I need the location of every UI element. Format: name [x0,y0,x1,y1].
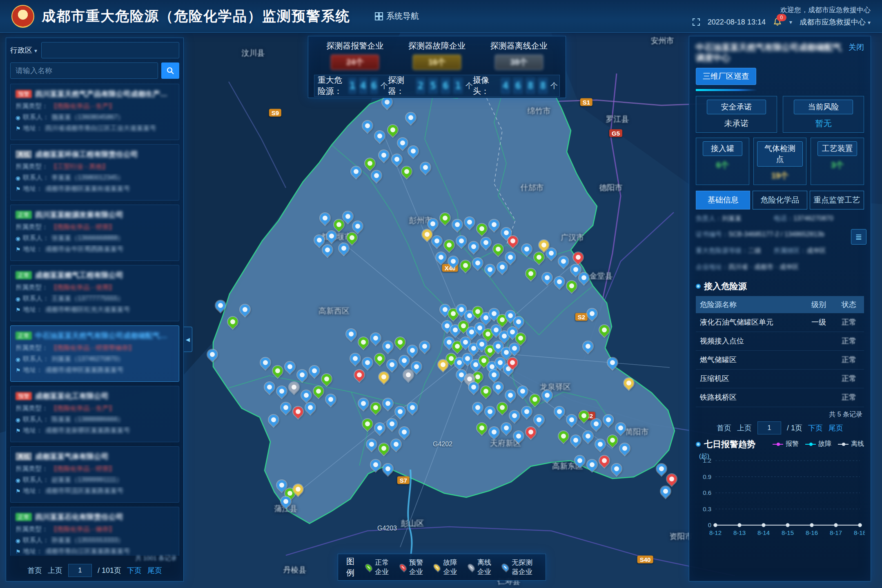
map-marker-pin-detectorless[interactable] [205,347,219,361]
map-marker-pin-detectorless[interactable] [349,165,363,178]
map-marker-pin-detectorless[interactable] [540,388,554,402]
map-marker-pin-alarm[interactable] [291,405,305,419]
map-marker-pin-normal[interactable] [459,258,472,272]
map-marker-pin-detectorless[interactable] [503,250,517,264]
map-marker-pin-detectorless[interactable] [385,417,399,431]
map-marker-pin-detectorless[interactable] [406,144,420,158]
map-marker-pin-detectorless[interactable] [324,392,338,406]
company-list-item[interactable]: 正常四川某某石化有限责任公司所属类型：【危险化学品 - 储存】◉联系人：孙某某（… [10,507,179,556]
map-marker-pin-normal[interactable] [312,384,325,398]
map-marker-pin-detectorless[interactable] [351,219,365,233]
hazard-table-row[interactable]: 燃气储罐区正常 [696,350,864,369]
company-list-item[interactable]: 正常中石油某某天然气有限公司成都储配气调度中心所属类型：【危险化学品 - 经营带… [10,325,179,382]
detail-list-button[interactable]: ≣ [851,229,866,245]
map-marker-pin-normal[interactable] [495,401,509,414]
map-marker-pin-detectorless[interactable] [487,218,501,232]
map-marker-pin-alarm[interactable] [597,454,611,468]
tab-危险化学品[interactable]: 危险化学品 [753,191,807,209]
district-filter-dropdown[interactable]: 行政区 ▾ [10,45,37,55]
pager-next-button[interactable]: 下页 [127,566,142,575]
district-select-input[interactable] [41,42,179,58]
map-marker-pin-detectorless[interactable] [267,413,281,427]
map-marker-pin-fault[interactable] [377,370,391,384]
map-marker-pin-detectorless[interactable] [258,356,272,370]
map-marker-pin-detectorless[interactable] [325,229,339,243]
map-marker-pin-detectorless[interactable] [405,343,419,357]
map-marker-pin-detectorless[interactable] [299,388,313,402]
map-marker-pin-normal[interactable] [524,267,538,281]
map-marker-pin-detectorless[interactable] [390,152,404,166]
pager-last-button[interactable]: 尾页 [147,566,162,575]
map-marker-pin-detectorless[interactable] [450,218,464,232]
pager-prev-button[interactable]: 上页 [48,566,62,575]
map-marker-pin-detectorless[interactable] [369,331,383,345]
map-marker-pin-detectorless[interactable] [396,136,410,150]
map-marker-pin-detectorless[interactable] [405,401,419,414]
plant-3d-tour-button[interactable]: 三维厂区巡查 [696,68,756,85]
map-marker-pin-detectorless[interactable] [581,339,595,353]
map-marker-pin-normal[interactable] [271,364,285,378]
map-marker-pin-alarm[interactable] [665,472,679,486]
map-marker-pin-normal[interactable] [363,156,377,170]
map-marker-pin-detectorless[interactable] [303,401,317,414]
hazard-table-row[interactable]: 视频接入点位正常 [696,332,864,350]
map-marker-pin-detectorless[interactable] [381,339,395,353]
hazard-table-row[interactable]: 压缩机区正常 [696,369,864,388]
map-marker-pin-normal[interactable] [606,433,619,447]
map-marker-pin-detectorless[interactable] [393,405,407,419]
map-marker-pin-detectorless[interactable] [499,421,513,435]
company-search-input[interactable] [10,62,158,79]
search-button[interactable] [161,62,179,79]
map-marker-pin-detectorless[interactable] [446,254,460,268]
map-marker-pin-detectorless[interactable] [512,429,526,443]
map-marker-pin-detectorless[interactable] [318,211,332,225]
map-marker-pin-detectorless[interactable] [370,169,383,183]
map-marker-pin-detectorless[interactable] [365,437,379,451]
map-marker-pin-detectorless[interactable] [214,298,227,312]
map-marker-pin-normal[interactable] [393,335,407,349]
map-marker-pin-detectorless[interactable] [479,236,493,249]
map-marker-pin-detectorless[interactable] [344,327,358,341]
map-marker-pin-detectorless[interactable] [419,160,432,174]
map-marker-pin-normal[interactable] [345,231,359,245]
map-marker-pin-detectorless[interactable] [520,242,534,256]
map-marker-pin-detectorless[interactable] [377,148,391,162]
map-marker-pin-detectorless[interactable] [532,413,546,427]
map-marker-pin-detectorless[interactable] [585,307,599,321]
notifications-button[interactable]: 0 [773,18,782,27]
map-marker-pin-normal[interactable] [577,409,591,423]
map-marker-pin-detectorless[interactable] [557,254,570,268]
map-marker-pin-detectorless[interactable] [385,358,399,372]
map-marker-pin-detectorless[interactable] [381,396,395,410]
map-marker-pin-detectorless[interactable] [552,405,566,419]
map-marker-pin-detectorless[interactable] [397,354,411,368]
map-marker-pin-detectorless[interactable] [348,352,362,365]
map-marker-pin-detectorless[interactable] [581,429,595,443]
map-marker-pin-detectorless[interactable] [618,441,632,455]
map-marker-pin-detectorless[interactable] [503,388,517,402]
map-marker-pin-normal[interactable] [377,441,391,455]
map-marker-pin-detectorless[interactable] [491,380,505,394]
map-marker-pin-detectorless[interactable] [389,437,403,451]
company-list-item[interactable]: 正常四川某某能源发展有限公司所属类型：【危险化学品 - 经营】◉联系人：张某某（… [10,205,179,261]
map-marker-pin-normal[interactable] [491,242,505,256]
map-marker-pin-detectorless[interactable] [356,396,370,410]
map-marker-pin-detectorless[interactable] [295,368,309,382]
map-marker-pin-detectorless[interactable] [585,458,599,472]
map-marker-pin-detectorless[interactable] [520,405,534,419]
map-marker-pin-detectorless[interactable] [606,356,619,370]
map-marker-pin-detectorless[interactable] [397,425,411,439]
pager-prev-button[interactable]: 上页 [737,423,752,433]
map-marker-pin-detectorless[interactable] [337,241,351,255]
map-marker-pin-normal[interactable] [373,352,387,365]
map-marker-pin-normal[interactable] [356,335,370,349]
map-marker-pin-detectorless[interactable] [463,215,477,229]
map-marker-pin-detectorless[interactable] [569,433,583,447]
map-marker-pin-detectorless[interactable] [471,401,485,414]
map-marker-pin-normal[interactable] [400,165,414,178]
map-marker-pin-normal[interactable] [475,421,489,435]
map-marker-pin-normal[interactable] [442,238,456,252]
map-marker-pin-detectorless[interactable] [540,271,554,285]
map-marker-pin-detectorless[interactable] [434,250,448,264]
map-marker-pin-detectorless[interactable] [426,217,440,231]
